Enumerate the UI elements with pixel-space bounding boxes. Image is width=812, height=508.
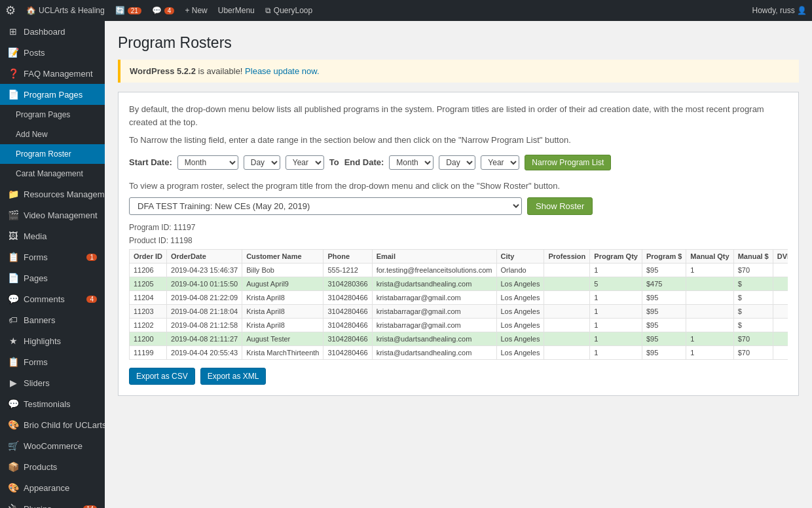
select-instruction: To view a program roster, select the pro…	[129, 180, 788, 193]
table-cell: 3104280466	[323, 332, 372, 346]
table-cell: 3104280466	[323, 319, 372, 332]
table-cell: kristabarragar@gmail.com	[372, 305, 496, 319]
table-cell: Los Angeles	[496, 291, 544, 305]
table-cell: 1	[590, 264, 642, 277]
highlights-icon: ★	[8, 336, 18, 346]
column-header-orderdate: OrderDate	[167, 250, 242, 264]
video-icon: 🎬	[8, 210, 18, 220]
sidebar-item-brio[interactable]: 🎨 Brio Child for UCLarts	[0, 414, 105, 435]
sliders-icon: ▶	[8, 378, 18, 388]
table-row: 112042019-04-08 21:22:09Krista April8310…	[130, 291, 788, 305]
sidebar-sub-program-roster[interactable]: Program Roster	[0, 144, 105, 164]
date-filter-row: Start Date: Month JanuaryFebruaryMarch A…	[129, 155, 788, 170]
start-day-select[interactable]: Day	[244, 155, 280, 170]
start-year-select[interactable]: Year	[286, 155, 324, 170]
appearance-icon: 🎨	[8, 482, 18, 493]
product-id: Product ID: 11198	[129, 236, 788, 245]
ubermenu-link[interactable]: UberMenu	[218, 6, 255, 15]
roster-select-row: DFA TEST Training: New CEs (May 20, 2019…	[129, 197, 788, 215]
table-cell: Krista April8	[242, 305, 323, 319]
table-cell	[544, 346, 590, 360]
column-header-manual_qty: Manual Qty	[686, 250, 733, 264]
table-cell: 11202	[130, 319, 167, 332]
sidebar-item-resources[interactable]: 📁 Resources Management	[0, 184, 105, 205]
show-roster-button[interactable]: Show Roster	[527, 197, 593, 215]
table-cell: krista@udartsandhealing.com	[372, 332, 496, 346]
comments-icon: 💬	[8, 294, 18, 304]
table-cell: 1	[686, 264, 733, 277]
sidebar-item-forms1[interactable]: 📋 Forms 1	[0, 246, 105, 267]
table-cell: Los Angeles	[496, 319, 544, 332]
export-xml-button[interactable]: Export as XML	[200, 368, 267, 385]
new-content-link[interactable]: + New	[185, 6, 207, 15]
table-cell	[544, 264, 590, 277]
sidebar-item-faq[interactable]: ❓ FAQ Management	[0, 63, 105, 84]
sidebar-item-plugins[interactable]: 🔌 Plugins 14	[0, 498, 105, 508]
sidebar-item-video[interactable]: 🎬 Video Management	[0, 205, 105, 225]
sidebar-item-sliders[interactable]: ▶ Sliders	[0, 372, 105, 393]
table-cell: 2019-04-08 21:22:09	[167, 291, 242, 305]
sidebar-item-testimonials[interactable]: 💬 Testimonials	[0, 393, 105, 414]
table-cell: kristabarragar@gmail.com	[372, 319, 496, 332]
table-cell: $	[733, 305, 773, 319]
sidebar-item-comments[interactable]: 💬 Comments 4	[0, 288, 105, 309]
sidebar-item-highlights[interactable]: ★ Highlights	[0, 330, 105, 351]
table-cell: $95	[642, 291, 686, 305]
table-cell: $95	[642, 264, 686, 277]
start-month-select[interactable]: Month JanuaryFebruaryMarch AprilMayJune …	[177, 155, 238, 170]
sidebar-item-media[interactable]: 🖼 Media	[0, 225, 105, 246]
export-csv-button[interactable]: Export as CSV	[129, 368, 195, 385]
brio-icon: 🎨	[8, 420, 18, 430]
end-day-select[interactable]: Day	[439, 155, 475, 170]
faq-icon: ❓	[8, 68, 18, 79]
table-cell	[773, 332, 788, 346]
page-title: Program Rosters	[118, 34, 799, 52]
sidebar-item-products[interactable]: 📦 Products	[0, 456, 105, 477]
queryloop-link[interactable]: ⧉ QueryLoop	[265, 6, 312, 15]
table-cell: Los Angeles	[496, 346, 544, 360]
sidebar-sub-carat-management[interactable]: Carat Management	[0, 164, 105, 184]
table-cell: 11199	[130, 346, 167, 360]
column-header-order_id: Order ID	[130, 250, 167, 264]
export-row: Export as CSV Export as XML	[129, 368, 788, 385]
update-now-link[interactable]: Please update now.	[245, 66, 319, 76]
table-cell	[773, 291, 788, 305]
narrow-program-list-button[interactable]: Narrow Program List	[525, 155, 611, 170]
dashboard-icon: ⊞	[8, 26, 18, 37]
table-cell: 555-1212	[323, 264, 372, 277]
sidebar-item-forms2[interactable]: 📋 Forms	[0, 351, 105, 372]
sidebar-item-pages[interactable]: 📄 Pages	[0, 267, 105, 288]
sidebar-item-woocommerce[interactable]: 🛒 WooCommerce	[0, 435, 105, 456]
program-pages-icon: 📄	[8, 89, 18, 100]
table-cell: Krista April8	[242, 319, 323, 332]
table-cell: 5	[590, 277, 642, 291]
end-year-select[interactable]: Year	[481, 155, 519, 170]
table-cell: 11206	[130, 264, 167, 277]
sidebar-sub-program-pages[interactable]: Program Pages	[0, 105, 105, 125]
plugins-icon: 🔌	[8, 503, 18, 508]
table-cell: Los Angeles	[496, 332, 544, 346]
description-1: By default, the drop-down menu below lis…	[129, 103, 788, 128]
table-cell: Krista April8	[242, 291, 323, 305]
sidebar-item-program-pages[interactable]: 📄 Program Pages	[0, 84, 105, 105]
wp-logo[interactable]: ⚙	[5, 3, 16, 18]
table-cell: 1	[686, 332, 733, 346]
table-cell: Los Angeles	[496, 305, 544, 319]
products-icon: 📦	[8, 461, 18, 472]
end-month-select[interactable]: Month	[389, 155, 434, 170]
program-select[interactable]: DFA TEST Training: New CEs (May 20, 2019…	[129, 197, 522, 215]
site-name-link[interactable]: 🏠 UCLArts & Healing	[26, 6, 105, 15]
table-cell: 2019-04-10 01:15:50	[167, 277, 242, 291]
sidebar-item-dashboard[interactable]: ⊞ Dashboard	[0, 21, 105, 42]
table-cell: 11203	[130, 305, 167, 319]
sidebar-sub-add-new[interactable]: Add New	[0, 125, 105, 144]
sidebar-item-posts[interactable]: 📝 Posts	[0, 42, 105, 63]
column-header-manual__: Manual $	[733, 250, 773, 264]
table-cell: 1	[590, 319, 642, 332]
table-cell	[544, 332, 590, 346]
comments-link[interactable]: 💬 4	[152, 6, 175, 15]
sidebar-item-appearance[interactable]: 🎨 Appearance	[0, 477, 105, 498]
pages-icon: 📄	[8, 273, 18, 283]
updates-link[interactable]: 🔄 21	[115, 6, 141, 15]
sidebar-item-banners[interactable]: 🏷 Banners	[0, 309, 105, 330]
